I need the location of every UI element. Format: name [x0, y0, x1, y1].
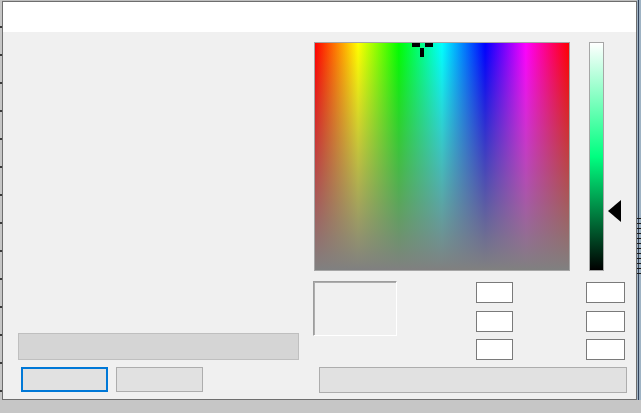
color-preview [313, 281, 397, 336]
hue-input[interactable] [476, 282, 513, 303]
color-field-marker[interactable] [425, 43, 433, 47]
add-to-custom-button[interactable] [319, 367, 627, 393]
contrast-input[interactable] [476, 311, 513, 332]
close-button[interactable] [591, 2, 636, 32]
screen [0, 0, 641, 413]
background-vline [638, 0, 639, 413]
green-input[interactable] [586, 311, 625, 332]
hue-saturation-field[interactable] [314, 42, 570, 271]
define-color-button[interactable] [18, 333, 299, 360]
background-ruler-bottom [0, 400, 641, 413]
background-right-strip [637, 0, 641, 413]
color-dialog [2, 1, 637, 400]
color-field-marker[interactable] [412, 43, 420, 47]
luminance-input[interactable] [476, 339, 513, 360]
luminance-arrow[interactable] [608, 200, 621, 222]
color-field-marker[interactable] [420, 48, 424, 57]
background-staff-lines [637, 218, 641, 276]
cancel-button[interactable] [116, 367, 203, 392]
blue-input[interactable] [586, 339, 625, 360]
dialog-body [3, 32, 636, 399]
ok-button[interactable] [21, 367, 108, 392]
red-input[interactable] [586, 282, 625, 303]
titlebar[interactable] [3, 2, 636, 32]
luminance-slider[interactable] [589, 42, 604, 271]
